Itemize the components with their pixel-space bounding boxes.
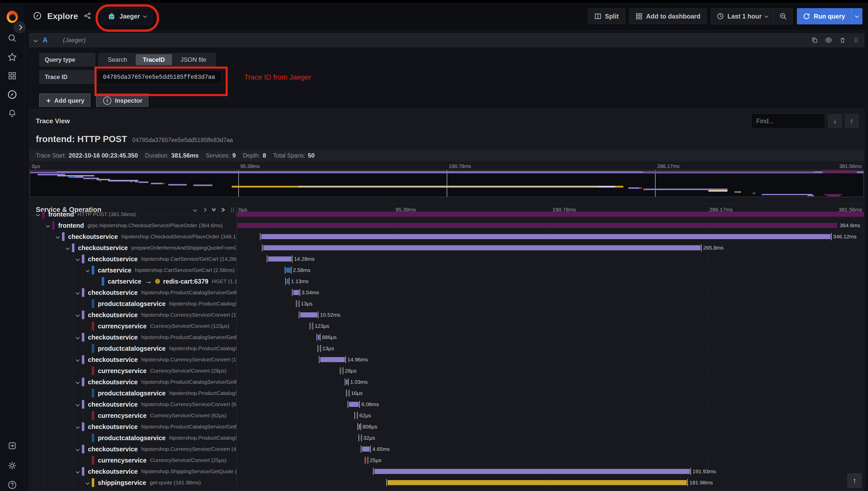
run-query-button[interactable]: Run query: [797, 8, 851, 24]
span-row[interactable]: checkoutservicehipstershop.ProductCatalo…: [29, 421, 864, 432]
datasource-picker[interactable]: Jaeger: [101, 8, 152, 24]
span-collapse-chevron-icon[interactable]: [43, 220, 52, 231]
span-collapse-chevron-icon[interactable]: [73, 287, 82, 298]
span-bar[interactable]: [374, 469, 690, 474]
sidebar-expand-button[interactable]: [14, 21, 25, 33]
collapse-query-icon[interactable]: [34, 38, 38, 42]
settings-gear-icon[interactable]: [7, 460, 18, 471]
span-collapse-chevron-icon[interactable]: [83, 265, 92, 276]
span-name-cell[interactable]: productcatalogservicehipstershop.Product…: [29, 343, 237, 354]
span-name-cell[interactable]: checkoutservicehipstershop.ProductCatalo…: [29, 331, 237, 343]
span-bar[interactable]: [268, 256, 292, 261]
trace-minimap[interactable]: [30, 170, 864, 197]
span-bar[interactable]: [261, 234, 831, 239]
span-name-cell[interactable]: checkoutservicehipstershop.ProductCatalo…: [29, 287, 237, 298]
span-name-cell[interactable]: checkoutservicehipstershop.CurrencyServi…: [29, 309, 237, 320]
span-row[interactable]: checkoutservicehipstershop.CurrencyServi…: [29, 443, 864, 455]
span-name-cell[interactable]: checkoutservicehipstershop.CurrencyServi…: [29, 354, 237, 365]
span-name-cell[interactable]: shippingserviceget-quote (181.98ms): [29, 477, 237, 488]
span-collapse-chevron-icon[interactable]: [73, 354, 82, 365]
span-bar[interactable]: [341, 368, 342, 373]
span-bar[interactable]: [347, 391, 348, 396]
span-row[interactable]: cartservice→redis-cart:6379HGET (1.13ms)…: [29, 276, 864, 287]
span-bar[interactable]: [366, 458, 367, 463]
span-row[interactable]: checkoutservicehipstershop.CartService/G…: [29, 253, 864, 265]
span-bar[interactable]: [319, 346, 320, 351]
span-row[interactable]: checkoutservicehipstershop.CurrencyServi…: [29, 309, 864, 320]
span-bar[interactable]: [356, 413, 357, 418]
drag-handle-icon[interactable]: [853, 37, 859, 43]
span-row[interactable]: checkoutservicehipstershop.ProductCatalo…: [29, 376, 864, 387]
span-bar[interactable]: [263, 245, 700, 250]
find-next-button[interactable]: ↓: [828, 114, 842, 128]
span-name-cell[interactable]: checkoutserviceprepareOrderItemsAndShipp…: [29, 242, 237, 253]
span-bar[interactable]: [362, 446, 370, 452]
span-row[interactable]: checkoutservicehipstershop.ProductCatalo…: [29, 331, 864, 343]
span-row[interactable]: shippingserviceget-quote (181.98ms)181.9…: [29, 477, 864, 488]
span-row[interactable]: checkoutservicehipstershop.ShippingServi…: [29, 466, 864, 477]
span-name-cell[interactable]: checkoutservicehipstershop.CheckoutServi…: [29, 231, 237, 242]
query-type-tab-search[interactable]: Search: [101, 54, 134, 65]
span-row[interactable]: currencyserviceCurrencyService/Convert (…: [29, 365, 864, 376]
span-row[interactable]: checkoutservicehipstershop.CurrencyServi…: [29, 399, 864, 410]
span-collapse-chevron-icon[interactable]: [83, 477, 92, 488]
span-collapse-chevron-icon[interactable]: [63, 242, 72, 253]
span-bar[interactable]: [293, 290, 299, 295]
span-row[interactable]: checkoutservicehipstershop.CurrencyServi…: [29, 354, 864, 365]
starred-icon[interactable]: [7, 51, 18, 62]
span-bar[interactable]: [237, 212, 864, 217]
hide-response-eye-icon[interactable]: [825, 37, 832, 44]
span-name-cell[interactable]: currencyserviceCurrencyService/Convert (…: [29, 410, 237, 421]
span-collapse-chevron-icon[interactable]: [73, 331, 82, 343]
span-bar[interactable]: [287, 279, 289, 284]
explore-compass-icon[interactable]: [7, 89, 18, 100]
span-collapse-chevron-icon[interactable]: [73, 466, 82, 477]
span-bar[interactable]: [311, 323, 312, 328]
span-name-cell[interactable]: currencyserviceCurrencyService/Convert (…: [29, 320, 237, 331]
share-icon[interactable]: [84, 12, 91, 21]
span-name-cell[interactable]: productcatalogservicehipstershop.Product…: [29, 432, 237, 443]
sign-in-icon[interactable]: [7, 440, 18, 451]
span-name-cell[interactable]: checkoutservicehipstershop.CurrencyServi…: [29, 443, 237, 455]
dashboards-icon[interactable]: [7, 70, 18, 81]
search-icon[interactable]: [7, 32, 18, 44]
span-row[interactable]: currencyserviceCurrencyService/Convert (…: [29, 320, 864, 331]
span-row[interactable]: cartservicehipstershop.CartService/GetCa…: [29, 265, 864, 276]
help-icon[interactable]: [7, 479, 18, 490]
find-input[interactable]: [751, 114, 825, 128]
duplicate-query-icon[interactable]: [811, 37, 818, 44]
span-bar[interactable]: [237, 223, 837, 228]
span-name-cell[interactable]: checkoutservicehipstershop.CartService/G…: [29, 253, 237, 265]
span-collapse-chevron-icon[interactable]: [73, 253, 82, 265]
span-row[interactable]: frontendgrpc.hipstershop.CheckoutService…: [29, 220, 864, 231]
zoom-out-button[interactable]: [774, 8, 792, 24]
remove-query-trash-icon[interactable]: [839, 37, 846, 44]
span-name-cell[interactable]: cartservicehipstershop.CartService/GetCa…: [29, 265, 237, 276]
span-row[interactable]: checkoutserviceprepareOrderItemsAndShipp…: [29, 242, 864, 253]
span-bar[interactable]: [388, 480, 687, 485]
run-query-caret-button[interactable]: [851, 8, 862, 24]
query-type-tab-traceid[interactable]: TraceID: [136, 54, 172, 65]
span-name-cell[interactable]: checkoutservicehipstershop.ProductCatalo…: [29, 376, 237, 387]
span-bar[interactable]: [349, 402, 359, 407]
trace-id-input[interactable]: [98, 70, 221, 84]
span-name-cell[interactable]: cartservice→redis-cart:6379HGET (1.13ms): [29, 276, 237, 287]
find-prev-button[interactable]: ↑: [845, 114, 859, 128]
alerting-bell-icon[interactable]: [7, 107, 18, 118]
span-bar[interactable]: [360, 435, 361, 440]
span-bar[interactable]: [297, 301, 298, 306]
span-collapse-chevron-icon[interactable]: [73, 309, 82, 320]
span-bar[interactable]: [318, 335, 320, 340]
query-row-header[interactable]: A (Jaeger): [29, 33, 864, 47]
span-collapse-chevron-icon[interactable]: [53, 231, 62, 242]
span-collapse-chevron-icon[interactable]: [33, 209, 42, 220]
span-collapse-chevron-icon[interactable]: [73, 421, 82, 432]
span-name-cell[interactable]: currencyserviceCurrencyService/Convert (…: [29, 455, 237, 466]
span-collapse-chevron-icon[interactable]: [73, 443, 82, 455]
span-bar[interactable]: [346, 379, 348, 384]
inspector-button[interactable]: i Inspector: [96, 93, 149, 108]
time-range-button[interactable]: Last 1 hour: [711, 8, 774, 24]
span-name-cell[interactable]: frontendHTTP POST (381.56ms): [29, 209, 237, 220]
span-row[interactable]: currencyserviceCurrencyService/Convert (…: [29, 410, 864, 421]
span-name-cell[interactable]: frontendgrpc.hipstershop.CheckoutService…: [29, 220, 237, 231]
